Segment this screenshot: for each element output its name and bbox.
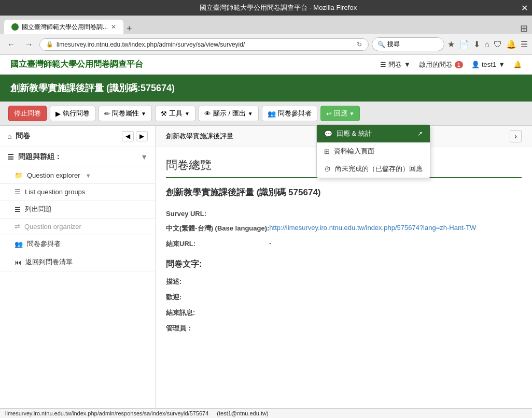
responses-btn[interactable]: ↩ 回應 ▼ xyxy=(320,106,360,121)
sidebar-participants-label: 問卷參與者 xyxy=(27,239,61,249)
participants-btn[interactable]: 👥 問卷參與者 xyxy=(262,106,317,121)
app-header: 國立臺灣師範大學公用問卷調查平台 ☰ 問卷 ▼ 啟用的問卷 1 👤 test1 … xyxy=(0,55,532,75)
sidebar-next-btn[interactable]: ▶ xyxy=(136,131,148,141)
reload-btn[interactable]: ↻ xyxy=(357,41,362,48)
comment-icon: 💬 xyxy=(324,130,332,138)
info-table: Survey URL: 中文(繁體-台灣) (Base language): h… xyxy=(166,207,522,252)
user-icon: 👤 xyxy=(471,61,480,68)
welcome-value xyxy=(239,290,522,305)
run-survey-btn[interactable]: ▶ 執行問卷 xyxy=(50,106,95,121)
end-url-value: - xyxy=(269,236,522,252)
responses-dropdown-icon: ▼ xyxy=(349,111,355,117)
end-msg-value xyxy=(239,305,522,321)
welcome-row: 歡迎: xyxy=(166,290,522,305)
sidebar-survey-header[interactable]: ⌂ 問卷 ◀ ▶ xyxy=(0,126,155,147)
extension-icon[interactable]: 🔔 xyxy=(506,39,516,49)
back-nav-icon: ⏮ xyxy=(15,258,21,266)
active-surveys-badge: 1 xyxy=(455,61,463,68)
stop-survey-btn[interactable]: 停止問卷 xyxy=(8,106,47,121)
address-url[interactable]: limesurvey.iro.ntnu.edu.tw/index.php/adm… xyxy=(57,41,354,48)
admin-row: 管理員： xyxy=(166,321,522,336)
new-tab-btn[interactable]: + xyxy=(123,23,135,34)
lock-icon: 🔒 xyxy=(46,41,53,48)
surveys-dropdown-icon: ▼ xyxy=(404,61,411,68)
pencil-icon: ✏ xyxy=(104,110,110,118)
home-icon[interactable]: ⌂ xyxy=(484,40,489,49)
notifications-icon: 🔔 xyxy=(513,61,522,68)
reader-icon[interactable]: 📄 xyxy=(459,39,469,49)
surveys-menu-btn[interactable]: ☰ 問卷 ▼ xyxy=(380,60,411,69)
end-msg-label: 結束訊息: xyxy=(166,305,239,321)
tab-close-btn[interactable]: ✕ xyxy=(111,23,116,31)
browser-title: 國立臺灣師範大學公用問卷調查平台 - Mozilla Firefox xyxy=(35,3,521,12)
breadcrumb-text: 創新教學實施課後評量 xyxy=(166,132,233,141)
table-icon: ⊞ xyxy=(324,148,330,155)
browser-close-btn[interactable]: ✕ xyxy=(521,3,528,13)
lang-url-link[interactable]: http://limesurvey.iro.ntnu.edu.tw/index.… xyxy=(269,224,476,232)
bookmark-icon[interactable]: ★ xyxy=(447,39,455,49)
sidebar-item-back[interactable]: ⏮ 返回到問卷清單 xyxy=(0,253,155,271)
display-label: 顯示 / 匯出 xyxy=(213,109,246,118)
nav-back-btn[interactable]: ← xyxy=(4,39,19,50)
sidebar-questions-header[interactable]: ☰ 問題與群組： ▼ xyxy=(0,147,155,167)
run-icon: ▶ xyxy=(55,110,61,118)
sidebar-questions-label: 問題與群組： xyxy=(18,152,62,162)
browser-addressbar: ← → 🔒 limesurvey.iro.ntnu.edu.tw/index.p… xyxy=(0,34,532,55)
cursor-indicator: ↗ xyxy=(417,130,423,137)
sidebar-item-question-explorer[interactable]: 📁 Question explorer ▼ xyxy=(0,167,155,183)
statusbar-email: (test1@ntnu.edu.tw) xyxy=(217,410,268,416)
data-entry-item[interactable]: ⊞ 資料輸入頁面 xyxy=(317,142,430,160)
survey-title: 創新教學實施課後評量 (識別碼:575674) xyxy=(10,83,175,93)
search-box[interactable]: 🔍 搜尋 xyxy=(372,37,444,51)
content-next-btn[interactable]: › xyxy=(510,130,522,142)
user-menu-btn[interactable]: 👤 test1 ▼ xyxy=(471,61,505,68)
browser-apps-btn[interactable]: ⊞ xyxy=(520,23,528,34)
welcome-label: 歡迎: xyxy=(166,290,239,305)
responses-dropdown-menu: 💬 回應 & 統計 ↗ ⊞ 資料輸入頁面 ⏱ 尚未完成的（已儲存的）回應 xyxy=(316,124,430,178)
display-btn[interactable]: 👁 顯示 / 匯出 ▼ xyxy=(199,106,259,121)
browser-tab[interactable]: 國立臺灣師範大學公用問卷調... ✕ xyxy=(4,20,123,34)
tools-dropdown-icon: ▼ xyxy=(185,111,190,117)
responses-label: 回應 xyxy=(334,109,347,118)
tools-icon: ⚒ xyxy=(161,110,167,118)
sidebar-item-list-questions[interactable]: ☰ 列出問題 xyxy=(0,200,155,218)
description-label: 描述: xyxy=(166,274,239,290)
search-placeholder: 搜尋 xyxy=(387,40,400,49)
sidebar-back-section: ⏮ 返回到問卷清單 xyxy=(0,253,155,271)
menu-icon[interactable]: ☰ xyxy=(521,39,528,49)
data-entry-label: 資料輸入頁面 xyxy=(334,147,374,156)
statusbar-url: limesurvey.iro.ntnu.edu.tw/index.php/adm… xyxy=(5,410,208,416)
sidebar-item-question-organizer[interactable]: ⇄ Question organizer xyxy=(0,219,155,235)
tools-btn[interactable]: ⚒ 工具 ▼ xyxy=(155,106,195,121)
action-toolbar: 停止問卷 ▶ 執行問卷 ✏ 問卷屬性 ▼ ⚒ 工具 ▼ 👁 顯示 / 匯出 ▼ … xyxy=(0,102,532,126)
responses-stats-item[interactable]: 💬 回應 & 統計 ↗ xyxy=(317,125,430,142)
survey-url-row: Survey URL: xyxy=(166,207,522,221)
shield-icon[interactable]: 🛡 xyxy=(494,40,502,49)
properties-btn[interactable]: ✏ 問卷屬性 ▼ xyxy=(99,106,152,121)
admin-label: 管理員： xyxy=(166,321,239,336)
active-surveys-btn[interactable]: 啟用的問卷 1 xyxy=(419,60,463,69)
sidebar-item-list-groups[interactable]: ☰ List question groups xyxy=(0,184,155,200)
sidebar-prev-btn[interactable]: ◀ xyxy=(122,131,134,141)
tab-label: 國立臺灣師範大學公用問卷調... xyxy=(22,23,108,32)
download-icon[interactable]: ⬇ xyxy=(473,39,480,49)
survey-url-label: Survey URL: xyxy=(166,207,269,221)
survey-name: 創新教學實施課後評量 (識別碼 575674) xyxy=(166,186,522,198)
survey-url-cell xyxy=(269,207,522,221)
sidebar-participants-section: 👥 問卷參與者 xyxy=(0,235,155,253)
surveys-icon: ☰ xyxy=(380,61,386,68)
sidebar-survey-label: 問卷 xyxy=(16,132,30,141)
incomplete-responses-item[interactable]: ⏱ 尚未完成的（已儲存的）回應 xyxy=(317,160,430,178)
active-surveys-label: 啟用的問卷 xyxy=(419,60,453,69)
question-organizer-label: Question organizer xyxy=(24,223,81,230)
statusbar: limesurvey.iro.ntnu.edu.tw/index.php/adm… xyxy=(0,408,532,418)
description-value xyxy=(239,274,522,290)
nav-forward-btn[interactable]: → xyxy=(22,39,36,50)
app-logo[interactable]: 國立臺灣師範大學公用問卷調查平台 xyxy=(10,59,143,70)
properties-dropdown-icon: ▼ xyxy=(141,111,146,117)
question-explorer-label: Question explorer xyxy=(27,171,80,179)
sidebar: ⌂ 問卷 ◀ ▶ ☰ 問題與群組： ▼ 📁 Question explorer … xyxy=(0,126,156,416)
sidebar-item-participants[interactable]: 👥 問卷參與者 xyxy=(0,235,155,253)
notifications-btn[interactable]: 🔔 xyxy=(513,61,522,68)
expand-icon: ▼ xyxy=(141,153,148,161)
